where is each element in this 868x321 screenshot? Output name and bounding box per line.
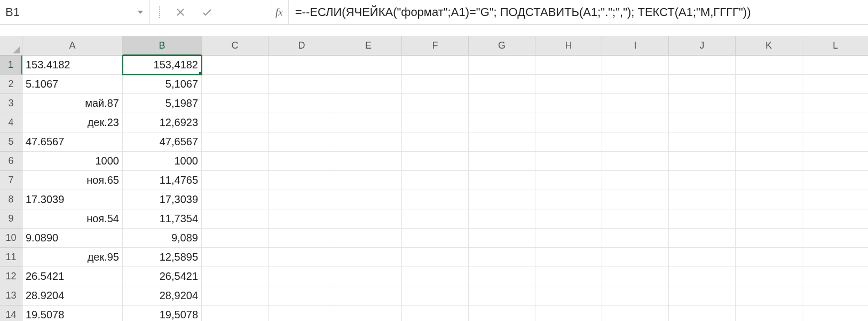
- cell-E7[interactable]: [335, 171, 402, 190]
- cell-J11[interactable]: [669, 248, 736, 267]
- cell-J2[interactable]: [669, 75, 736, 94]
- cell-I2[interactable]: [602, 75, 669, 94]
- cell-H10[interactable]: [535, 229, 602, 248]
- spreadsheet-grid[interactable]: ABCDEFGHIJKL1153.4182153,418225.10675,10…: [0, 36, 868, 321]
- cell-F8[interactable]: [402, 190, 469, 209]
- row-header-6[interactable]: 6: [0, 152, 22, 171]
- cell-H8[interactable]: [535, 190, 602, 209]
- cell-C10[interactable]: [202, 229, 269, 248]
- row-header-11[interactable]: 11: [0, 248, 22, 267]
- cell-L12[interactable]: [802, 267, 868, 286]
- cell-B11[interactable]: 12,5895: [123, 248, 202, 267]
- cell-L4[interactable]: [802, 113, 868, 132]
- name-box-dropdown-icon[interactable]: [136, 8, 145, 17]
- cell-C11[interactable]: [202, 248, 269, 267]
- cell-G12[interactable]: [469, 267, 535, 286]
- cell-H13[interactable]: [535, 286, 602, 306]
- select-all-corner[interactable]: [0, 36, 22, 56]
- column-header-A[interactable]: A: [22, 36, 123, 56]
- cell-L3[interactable]: [802, 94, 868, 113]
- cell-G3[interactable]: [469, 94, 535, 113]
- cell-C1[interactable]: [202, 56, 269, 75]
- cell-B12[interactable]: 26,5421: [123, 267, 202, 286]
- cell-J8[interactable]: [669, 190, 736, 209]
- cell-E3[interactable]: [335, 94, 402, 113]
- cell-B10[interactable]: 9,089: [123, 229, 202, 248]
- cell-F3[interactable]: [402, 94, 469, 113]
- cell-F12[interactable]: [402, 267, 469, 286]
- cell-H2[interactable]: [535, 75, 602, 94]
- cell-C8[interactable]: [202, 190, 269, 209]
- cell-J14[interactable]: [669, 306, 736, 321]
- cell-A11[interactable]: дек.95: [22, 248, 123, 267]
- cell-D8[interactable]: [269, 190, 335, 209]
- cell-K2[interactable]: [736, 75, 802, 94]
- cell-G7[interactable]: [469, 171, 535, 190]
- cell-G14[interactable]: [469, 306, 535, 321]
- cell-I13[interactable]: [602, 286, 669, 306]
- cell-A5[interactable]: 47.6567: [22, 132, 123, 152]
- column-header-G[interactable]: G: [469, 36, 535, 56]
- row-header-1[interactable]: 1: [0, 56, 22, 75]
- cell-L13[interactable]: [802, 286, 868, 306]
- cell-L9[interactable]: [802, 209, 868, 229]
- cell-K14[interactable]: [736, 306, 802, 321]
- cell-I10[interactable]: [602, 229, 669, 248]
- row-header-4[interactable]: 4: [0, 113, 22, 132]
- cell-C14[interactable]: [202, 306, 269, 321]
- cell-D10[interactable]: [269, 229, 335, 248]
- cell-G5[interactable]: [469, 132, 535, 152]
- cell-I12[interactable]: [602, 267, 669, 286]
- cell-A13[interactable]: 28.9204: [22, 286, 123, 306]
- cell-K1[interactable]: [736, 56, 802, 75]
- cell-C6[interactable]: [202, 152, 269, 171]
- row-header-10[interactable]: 10: [0, 229, 22, 248]
- cell-E5[interactable]: [335, 132, 402, 152]
- cell-L14[interactable]: [802, 306, 868, 321]
- cell-F10[interactable]: [402, 229, 469, 248]
- cell-H5[interactable]: [535, 132, 602, 152]
- cell-D5[interactable]: [269, 132, 335, 152]
- cell-A1[interactable]: 153.4182: [22, 56, 123, 75]
- cell-G10[interactable]: [469, 229, 535, 248]
- cell-A9[interactable]: ноя.54: [22, 209, 123, 229]
- cell-E1[interactable]: [335, 56, 402, 75]
- cell-C5[interactable]: [202, 132, 269, 152]
- cell-D6[interactable]: [269, 152, 335, 171]
- cell-H11[interactable]: [535, 248, 602, 267]
- cell-K7[interactable]: [736, 171, 802, 190]
- cell-L8[interactable]: [802, 190, 868, 209]
- cell-D11[interactable]: [269, 248, 335, 267]
- cell-A3[interactable]: май.87: [22, 94, 123, 113]
- cell-I6[interactable]: [602, 152, 669, 171]
- column-header-H[interactable]: H: [535, 36, 602, 56]
- cell-F7[interactable]: [402, 171, 469, 190]
- cell-I7[interactable]: [602, 171, 669, 190]
- column-header-D[interactable]: D: [269, 36, 335, 56]
- cell-D12[interactable]: [269, 267, 335, 286]
- column-header-L[interactable]: L: [802, 36, 868, 56]
- cell-K3[interactable]: [736, 94, 802, 113]
- row-header-7[interactable]: 7: [0, 171, 22, 190]
- cell-E9[interactable]: [335, 209, 402, 229]
- cell-K10[interactable]: [736, 229, 802, 248]
- cell-L11[interactable]: [802, 248, 868, 267]
- cell-H14[interactable]: [535, 306, 602, 321]
- row-header-9[interactable]: 9: [0, 209, 22, 229]
- cell-G4[interactable]: [469, 113, 535, 132]
- cell-K8[interactable]: [736, 190, 802, 209]
- cancel-icon[interactable]: [174, 6, 187, 19]
- column-header-B[interactable]: B: [123, 36, 202, 56]
- cell-K12[interactable]: [736, 267, 802, 286]
- cell-E11[interactable]: [335, 248, 402, 267]
- cell-D7[interactable]: [269, 171, 335, 190]
- row-header-3[interactable]: 3: [0, 94, 22, 113]
- cell-G8[interactable]: [469, 190, 535, 209]
- cell-A8[interactable]: 17.3039: [22, 190, 123, 209]
- cell-K9[interactable]: [736, 209, 802, 229]
- cell-J3[interactable]: [669, 94, 736, 113]
- column-header-I[interactable]: I: [602, 36, 669, 56]
- cell-I3[interactable]: [602, 94, 669, 113]
- cell-D2[interactable]: [269, 75, 335, 94]
- cell-D14[interactable]: [269, 306, 335, 321]
